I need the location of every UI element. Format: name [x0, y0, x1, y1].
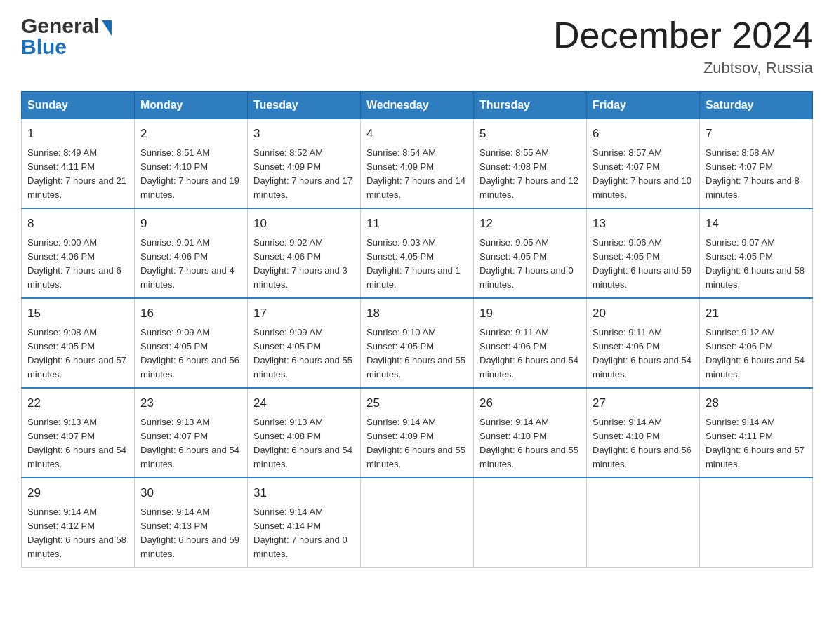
- day-info: Sunrise: 9:13 AMSunset: 4:08 PMDaylight:…: [253, 417, 352, 469]
- day-info: Sunrise: 9:06 AMSunset: 4:05 PMDaylight:…: [593, 237, 691, 290]
- day-number: 4: [366, 125, 468, 143]
- calendar-week-row: 22 Sunrise: 9:13 AMSunset: 4:07 PMDaylig…: [22, 388, 813, 478]
- day-info: Sunrise: 8:58 AMSunset: 4:07 PMDaylight:…: [706, 147, 800, 200]
- table-row: 29 Sunrise: 9:14 AMSunset: 4:12 PMDaylig…: [22, 478, 135, 568]
- table-row: 24 Sunrise: 9:13 AMSunset: 4:08 PMDaylig…: [248, 388, 361, 478]
- header-friday: Friday: [587, 92, 700, 119]
- table-row: 22 Sunrise: 9:13 AMSunset: 4:07 PMDaylig…: [22, 388, 135, 478]
- day-info: Sunrise: 9:08 AMSunset: 4:05 PMDaylight:…: [27, 327, 126, 380]
- day-number: 23: [140, 394, 241, 412]
- day-number: 12: [479, 215, 581, 233]
- day-info: Sunrise: 9:14 AMSunset: 4:10 PMDaylight:…: [479, 417, 578, 469]
- logo-blue: Blue: [21, 35, 67, 59]
- day-number: 22: [27, 394, 128, 412]
- table-row: 13 Sunrise: 9:06 AMSunset: 4:05 PMDaylig…: [587, 208, 700, 298]
- calendar-week-row: 8 Sunrise: 9:00 AMSunset: 4:06 PMDayligh…: [22, 208, 813, 298]
- day-info: Sunrise: 9:12 AMSunset: 4:06 PMDaylight:…: [706, 327, 805, 380]
- day-number: 15: [27, 304, 128, 323]
- day-info: Sunrise: 8:51 AMSunset: 4:10 PMDaylight:…: [140, 147, 239, 200]
- table-row: 5 Sunrise: 8:55 AMSunset: 4:08 PMDayligh…: [474, 119, 587, 209]
- calendar-table: Sunday Monday Tuesday Wednesday Thursday…: [21, 91, 813, 568]
- table-row: 16 Sunrise: 9:09 AMSunset: 4:05 PMDaylig…: [135, 298, 248, 388]
- day-info: Sunrise: 9:14 AMSunset: 4:10 PMDaylight:…: [593, 417, 691, 469]
- day-info: Sunrise: 9:07 AMSunset: 4:05 PMDaylight:…: [706, 237, 805, 290]
- calendar-header-row: Sunday Monday Tuesday Wednesday Thursday…: [22, 92, 813, 119]
- table-row: 31 Sunrise: 9:14 AMSunset: 4:14 PMDaylig…: [248, 478, 361, 568]
- day-number: 11: [366, 215, 468, 233]
- day-info: Sunrise: 9:05 AMSunset: 4:05 PMDaylight:…: [479, 237, 574, 290]
- table-row: 23 Sunrise: 9:13 AMSunset: 4:07 PMDaylig…: [135, 388, 248, 478]
- title-block: December 2024 Zubtsov, Russia: [553, 14, 813, 77]
- day-number: 31: [253, 484, 355, 502]
- day-number: 21: [706, 304, 807, 323]
- day-number: 3: [253, 125, 355, 143]
- day-info: Sunrise: 9:13 AMSunset: 4:07 PMDaylight:…: [140, 417, 239, 469]
- table-row: 15 Sunrise: 9:08 AMSunset: 4:05 PMDaylig…: [22, 298, 135, 388]
- logo-triangle-icon: [102, 20, 112, 36]
- day-number: 8: [27, 215, 128, 233]
- table-row: 10 Sunrise: 9:02 AMSunset: 4:06 PMDaylig…: [248, 208, 361, 298]
- calendar-week-row: 15 Sunrise: 9:08 AMSunset: 4:05 PMDaylig…: [22, 298, 813, 388]
- table-row: [361, 478, 474, 568]
- day-info: Sunrise: 9:14 AMSunset: 4:13 PMDaylight:…: [140, 507, 239, 559]
- page-title: December 2024: [553, 14, 813, 56]
- day-info: Sunrise: 9:14 AMSunset: 4:12 PMDaylight:…: [27, 507, 126, 559]
- day-number: 24: [253, 394, 355, 412]
- day-info: Sunrise: 9:14 AMSunset: 4:14 PMDaylight:…: [253, 507, 348, 559]
- day-number: 7: [706, 125, 807, 143]
- table-row: [474, 478, 587, 568]
- day-number: 14: [706, 215, 807, 233]
- day-info: Sunrise: 9:10 AMSunset: 4:05 PMDaylight:…: [366, 327, 465, 380]
- day-info: Sunrise: 8:55 AMSunset: 4:08 PMDaylight:…: [479, 147, 578, 200]
- table-row: 19 Sunrise: 9:11 AMSunset: 4:06 PMDaylig…: [474, 298, 587, 388]
- day-number: 18: [366, 304, 468, 323]
- table-row: 7 Sunrise: 8:58 AMSunset: 4:07 PMDayligh…: [700, 119, 813, 209]
- day-number: 1: [27, 125, 128, 143]
- table-row: [700, 478, 813, 568]
- page-subtitle: Zubtsov, Russia: [553, 59, 813, 77]
- header-tuesday: Tuesday: [248, 92, 361, 119]
- table-row: 8 Sunrise: 9:00 AMSunset: 4:06 PMDayligh…: [22, 208, 135, 298]
- table-row: 6 Sunrise: 8:57 AMSunset: 4:07 PMDayligh…: [587, 119, 700, 209]
- day-info: Sunrise: 9:13 AMSunset: 4:07 PMDaylight:…: [27, 417, 126, 469]
- day-info: Sunrise: 8:54 AMSunset: 4:09 PMDaylight:…: [366, 147, 465, 200]
- table-row: 20 Sunrise: 9:11 AMSunset: 4:06 PMDaylig…: [587, 298, 700, 388]
- day-info: Sunrise: 9:11 AMSunset: 4:06 PMDaylight:…: [479, 327, 578, 380]
- day-info: Sunrise: 9:09 AMSunset: 4:05 PMDaylight:…: [140, 327, 239, 380]
- day-info: Sunrise: 8:52 AMSunset: 4:09 PMDaylight:…: [253, 147, 352, 200]
- table-row: 18 Sunrise: 9:10 AMSunset: 4:05 PMDaylig…: [361, 298, 474, 388]
- day-number: 26: [479, 394, 581, 412]
- table-row: 3 Sunrise: 8:52 AMSunset: 4:09 PMDayligh…: [248, 119, 361, 209]
- header-saturday: Saturday: [700, 92, 813, 119]
- day-number: 13: [593, 215, 694, 233]
- day-info: Sunrise: 9:00 AMSunset: 4:06 PMDaylight:…: [27, 237, 121, 290]
- day-info: Sunrise: 9:03 AMSunset: 4:05 PMDaylight:…: [366, 237, 461, 290]
- day-number: 27: [593, 394, 694, 412]
- day-number: 19: [479, 304, 581, 323]
- header-wednesday: Wednesday: [361, 92, 474, 119]
- day-number: 6: [593, 125, 694, 143]
- day-number: 25: [366, 394, 468, 412]
- header-sunday: Sunday: [22, 92, 135, 119]
- page-header: General Blue December 2024 Zubtsov, Russ…: [21, 14, 813, 77]
- table-row: [587, 478, 700, 568]
- day-info: Sunrise: 9:14 AMSunset: 4:09 PMDaylight:…: [366, 417, 465, 469]
- table-row: 25 Sunrise: 9:14 AMSunset: 4:09 PMDaylig…: [361, 388, 474, 478]
- day-number: 17: [253, 304, 355, 323]
- day-number: 28: [706, 394, 807, 412]
- logo: General Blue: [21, 14, 112, 59]
- day-number: 30: [140, 484, 241, 502]
- day-number: 16: [140, 304, 241, 323]
- day-number: 9: [140, 215, 241, 233]
- day-info: Sunrise: 9:02 AMSunset: 4:06 PMDaylight:…: [253, 237, 348, 290]
- day-info: Sunrise: 9:11 AMSunset: 4:06 PMDaylight:…: [593, 327, 691, 380]
- day-number: 29: [27, 484, 128, 502]
- day-info: Sunrise: 9:09 AMSunset: 4:05 PMDaylight:…: [253, 327, 352, 380]
- calendar-week-row: 1 Sunrise: 8:49 AMSunset: 4:11 PMDayligh…: [22, 119, 813, 209]
- table-row: 27 Sunrise: 9:14 AMSunset: 4:10 PMDaylig…: [587, 388, 700, 478]
- table-row: 4 Sunrise: 8:54 AMSunset: 4:09 PMDayligh…: [361, 119, 474, 209]
- day-info: Sunrise: 8:49 AMSunset: 4:11 PMDaylight:…: [27, 147, 126, 200]
- day-number: 20: [593, 304, 694, 323]
- table-row: 2 Sunrise: 8:51 AMSunset: 4:10 PMDayligh…: [135, 119, 248, 209]
- day-number: 5: [479, 125, 581, 143]
